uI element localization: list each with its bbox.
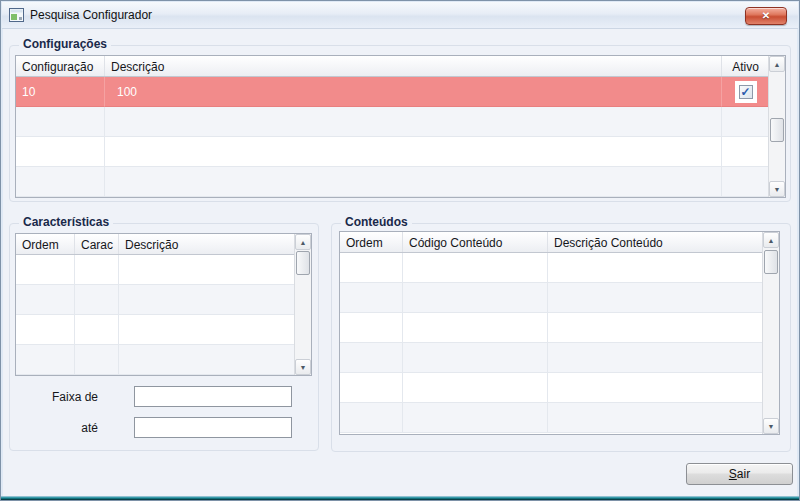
ate-input[interactable] [134, 417, 292, 438]
dialog-body: Configurações Configuração Descrição Ati… [4, 29, 796, 496]
chevron-down-icon: ▼ [774, 186, 781, 193]
groupbox-caracteristicas-label: Características [19, 215, 113, 229]
column-header-descricao[interactable]: Descrição [119, 234, 296, 254]
column-header-descricao[interactable]: Descrição [105, 56, 722, 76]
table-row[interactable] [340, 373, 779, 403]
close-icon: ✕ [762, 11, 770, 21]
close-button[interactable]: ✕ [745, 7, 787, 25]
groupbox-conteudos-label: Conteúdos [341, 215, 412, 229]
faixa-de-label: Faixa de [8, 390, 98, 404]
window-title: Pesquisa Configurador [30, 8, 152, 22]
sair-button-label: air [737, 467, 750, 481]
table-row[interactable] [340, 403, 779, 433]
scrollbar-thumb[interactable] [296, 251, 310, 275]
window-icon [9, 8, 24, 22]
checkmark-icon: ✓ [740, 86, 750, 98]
table-row[interactable] [16, 255, 311, 285]
caracteristicas-grid-header: Ordem Carac Descrição [16, 234, 311, 255]
column-header-ordem[interactable]: Ordem [16, 234, 75, 254]
scroll-up-button[interactable]: ▲ [769, 56, 785, 72]
caracteristicas-grid: Ordem Carac Descrição ▲ ▼ [15, 233, 312, 376]
groupbox-configuracoes-label: Configurações [19, 37, 111, 51]
vertical-scrollbar[interactable]: ▲ ▼ [768, 56, 785, 197]
scroll-down-button[interactable]: ▼ [769, 181, 785, 197]
scrollbar-thumb[interactable] [770, 118, 784, 142]
title-bar: Pesquisa Configurador ✕ [2, 2, 798, 29]
column-header-carac[interactable]: Carac [75, 234, 119, 254]
conteudos-grid-header: Ordem Código Conteúdo Descrição Conteúdo [340, 232, 779, 253]
ativo-checkbox[interactable]: ✓ [739, 85, 753, 99]
vertical-scrollbar[interactable]: ▲ ▼ [294, 234, 311, 375]
conteudos-grid: Ordem Código Conteúdo Descrição Conteúdo [339, 231, 780, 435]
table-row[interactable] [16, 345, 311, 375]
table-row[interactable] [340, 343, 779, 373]
chevron-up-icon: ▲ [300, 239, 307, 246]
table-row[interactable] [16, 285, 311, 315]
dialog-pesquisa-configurador: Pesquisa Configurador ✕ Configurações Co… [0, 0, 800, 501]
scroll-down-button[interactable]: ▼ [763, 418, 779, 434]
scroll-down-button[interactable]: ▼ [295, 359, 311, 375]
cell-descricao: 100 [105, 77, 722, 107]
scrollbar-thumb[interactable] [764, 250, 778, 274]
table-row-selected[interactable]: 10 100 ✓ [16, 77, 785, 107]
cell-configuracao: 10 [16, 77, 105, 107]
window-bottom-border [1, 496, 799, 500]
sair-button-accesskey: S [729, 467, 737, 481]
column-header-codigo-conteudo[interactable]: Código Conteúdo [403, 232, 548, 252]
checkbox-field: ✓ [735, 81, 757, 103]
column-header-descricao-conteudo[interactable]: Descrição Conteúdo [548, 232, 764, 252]
table-row[interactable] [16, 137, 785, 167]
column-header-ativo[interactable]: Ativo [722, 56, 770, 76]
chevron-down-icon: ▼ [768, 423, 775, 430]
table-row[interactable] [16, 315, 311, 345]
configuracoes-grid: Configuração Descrição Ativo 10 100 ✓ [15, 55, 786, 198]
faixa-de-input[interactable] [134, 386, 292, 407]
chevron-up-icon: ▲ [774, 61, 781, 68]
table-row[interactable] [340, 313, 779, 343]
vertical-scrollbar[interactable]: ▲ ▼ [762, 232, 779, 434]
table-row[interactable] [340, 283, 779, 313]
chevron-down-icon: ▼ [300, 364, 307, 371]
cell-ativo: ✓ [722, 77, 770, 107]
sair-button[interactable]: Sair [686, 463, 793, 485]
table-row[interactable] [16, 107, 785, 137]
ate-label: até [8, 421, 98, 435]
column-header-configuracao[interactable]: Configuração [16, 56, 105, 76]
chevron-up-icon: ▲ [768, 237, 775, 244]
column-header-ordem[interactable]: Ordem [340, 232, 403, 252]
table-row[interactable] [340, 253, 779, 283]
scroll-up-button[interactable]: ▲ [763, 232, 779, 248]
configuracoes-grid-header: Configuração Descrição Ativo [16, 56, 785, 77]
table-row[interactable] [16, 167, 785, 197]
scroll-up-button[interactable]: ▲ [295, 234, 311, 250]
